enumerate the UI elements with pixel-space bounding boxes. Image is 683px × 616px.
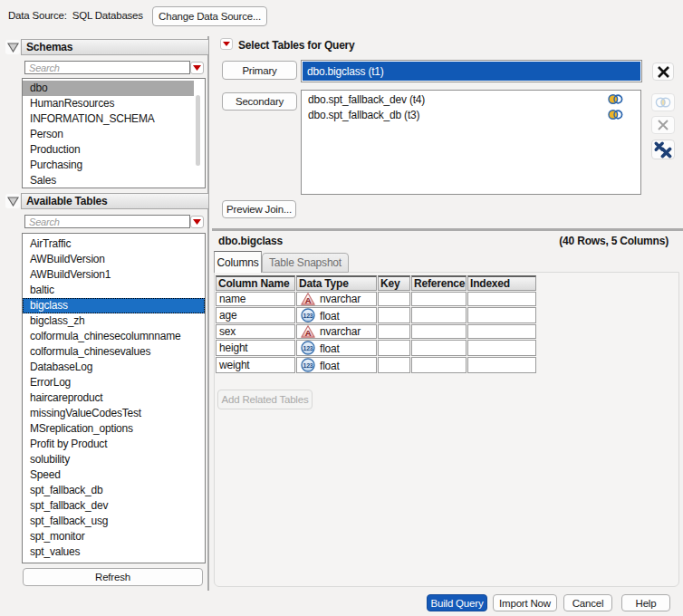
svg-text:123: 123 — [303, 362, 313, 369]
svg-text:A: A — [305, 328, 312, 338]
svg-text:A: A — [305, 295, 312, 305]
svg-text:123: 123 — [303, 313, 313, 319]
svg-text:123: 123 — [303, 345, 313, 351]
